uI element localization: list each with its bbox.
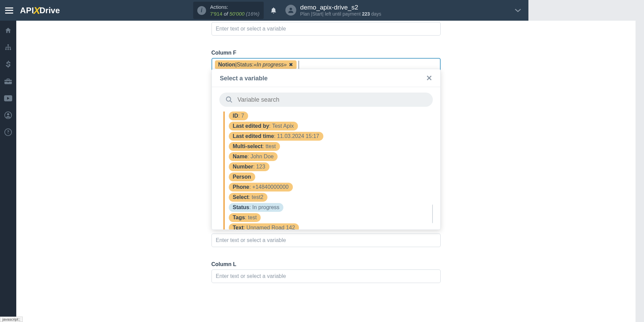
sidebar-connections-icon[interactable] — [3, 42, 13, 53]
sidebar-user-icon[interactable] — [3, 110, 13, 120]
variable-option[interactable]: Last edited time: 11.03.2024 15:17 — [229, 132, 323, 141]
column-e-field — [212, 22, 441, 36]
sidebar-help-icon[interactable] — [3, 127, 13, 137]
search-box[interactable] — [219, 93, 433, 107]
variable-option[interactable]: Multi-select: ttest — [229, 142, 280, 151]
column-k-input-ghost[interactable]: Enter text or select a variable — [212, 234, 441, 247]
sidebar — [0, 21, 16, 266]
svg-rect-4 — [10, 49, 11, 50]
avatar-icon — [285, 5, 296, 16]
bell-icon[interactable] — [270, 6, 277, 15]
hamburger-menu-icon[interactable] — [5, 7, 13, 14]
variable-option[interactable]: Tags: test — [229, 213, 261, 222]
variable-list: ID: 7Last edited by: Test ApixLast edite… — [223, 112, 433, 229]
scrollbar-thumb[interactable] — [432, 204, 433, 223]
svg-point-0 — [289, 8, 292, 10]
variable-option[interactable]: Name: John Doe — [229, 152, 278, 161]
variable-option[interactable]: Last edited by: Test Apix — [229, 122, 298, 130]
column-e-input[interactable] — [212, 22, 441, 36]
app-header: API X Drive i Actions: 7'914 of 50'000 (… — [0, 0, 528, 21]
logo[interactable]: API X Drive — [20, 5, 60, 16]
sidebar-billing-icon[interactable] — [3, 59, 13, 69]
variable-option[interactable]: Phone: +14840000000 — [229, 183, 293, 192]
main-content: Column F Notion | Status: «In progress» … — [16, 21, 528, 266]
svg-point-7 — [7, 113, 9, 115]
username: demo_apix-drive_s2 — [300, 4, 381, 11]
svg-point-9 — [226, 97, 230, 101]
column-f-label: Column F — [212, 50, 441, 56]
actions-used: 7'914 — [210, 11, 222, 17]
variable-dropdown: Select a variable ✕ ID: 7Last edited by:… — [212, 69, 441, 230]
dropdown-title: Select a variable — [220, 75, 268, 82]
close-icon[interactable]: ✕ — [426, 74, 432, 83]
variable-chip[interactable]: Notion | Status: «In progress» ✖ — [215, 60, 297, 69]
svg-rect-3 — [7, 49, 9, 50]
chip-remove-icon[interactable]: ✖ — [289, 62, 293, 68]
actions-label: Actions: — [210, 4, 260, 11]
chevron-down-icon[interactable] — [515, 8, 521, 13]
sidebar-home-icon[interactable] — [3, 25, 13, 36]
variable-option[interactable]: Person — [229, 173, 255, 181]
variable-option[interactable]: ID: 7 — [229, 112, 248, 120]
info-icon: i — [197, 6, 206, 15]
logo-api: API — [20, 6, 34, 15]
user-area[interactable]: demo_apix-drive_s2 Plan |Start| left unt… — [285, 4, 381, 17]
logo-x-icon: X — [34, 5, 40, 16]
variable-option[interactable]: Number: 123 — [229, 162, 269, 171]
svg-rect-1 — [7, 44, 9, 46]
actions-pct: (16%) — [244, 11, 259, 17]
variable-option[interactable]: Select: test2 — [229, 193, 268, 202]
variable-option[interactable]: Text: Unnamed Road 142 — [229, 223, 299, 229]
plan-info: Plan |Start| left until payment 223 days — [300, 11, 381, 17]
actions-total: 50'000 — [229, 11, 245, 17]
logo-drive: Drive — [40, 6, 60, 15]
text-cursor — [299, 61, 299, 69]
search-icon — [225, 96, 233, 103]
sidebar-video-icon[interactable] — [3, 93, 13, 103]
column-l-label: Column L — [212, 261, 441, 266]
sidebar-briefcase-icon[interactable] — [3, 76, 13, 86]
actions-counter[interactable]: i Actions: 7'914 of 50'000 (16%) — [193, 2, 264, 19]
svg-rect-2 — [5, 49, 7, 50]
variable-option[interactable]: Status: In progress — [229, 203, 284, 212]
search-input[interactable] — [238, 96, 427, 103]
